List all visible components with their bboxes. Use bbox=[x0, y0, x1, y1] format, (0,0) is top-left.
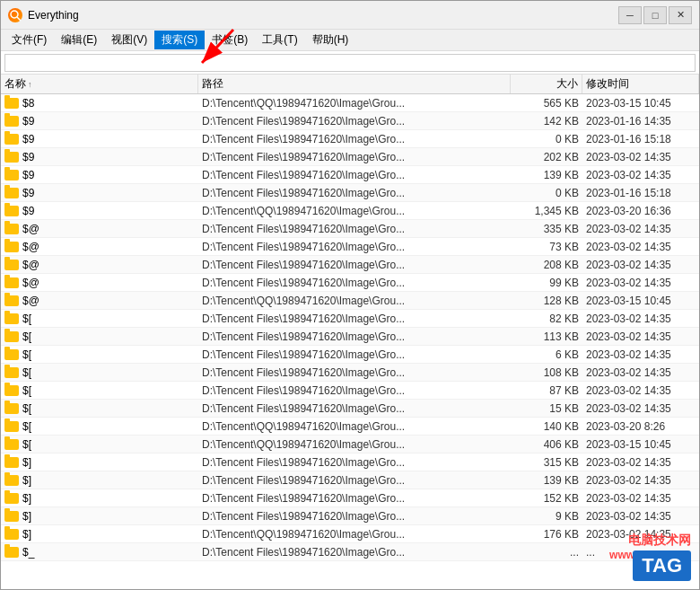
cell-name: $[ bbox=[1, 310, 198, 327]
folder-icon bbox=[4, 349, 19, 360]
cell-name: $9 bbox=[1, 202, 198, 219]
cell-date: 2023-03-02 14:35 bbox=[582, 346, 699, 363]
table-row[interactable]: $]D:\Tencent Files\1989471620\Image\Gro.… bbox=[1, 507, 699, 525]
cell-name: $[ bbox=[1, 400, 198, 417]
table-row[interactable]: $@D:\Tencent\QQ\1989471620\Image\Grou...… bbox=[1, 292, 699, 310]
folder-icon bbox=[4, 385, 19, 396]
table-row[interactable]: $[D:\Tencent\QQ\1989471620\Image\Grou...… bbox=[1, 418, 699, 436]
folder-icon bbox=[4, 277, 19, 288]
col-header-size[interactable]: 大小 bbox=[511, 75, 582, 93]
table-row[interactable]: $[D:\Tencent Files\1989471620\Image\Gro.… bbox=[1, 400, 699, 418]
table-row[interactable]: $@D:\Tencent Files\1989471620\Image\Gro.… bbox=[1, 238, 699, 256]
cell-date: 2023-03-02 14:35 bbox=[582, 507, 699, 524]
cell-name: $] bbox=[1, 507, 198, 524]
table-row[interactable]: $]D:\Tencent Files\1989471620\Image\Gro.… bbox=[1, 471, 699, 489]
cell-name: $] bbox=[1, 471, 198, 489]
cell-path: D:\Tencent\QQ\1989471620\Image\Grou... bbox=[198, 292, 511, 309]
table-row[interactable]: $[D:\Tencent Files\1989471620\Image\Gro.… bbox=[1, 310, 699, 328]
table-row[interactable]: $_D:\Tencent Files\1989471620\Image\Gro.… bbox=[1, 543, 699, 561]
cell-size: 99 KB bbox=[511, 274, 582, 291]
cell-name: $9 bbox=[1, 148, 198, 165]
folder-icon bbox=[4, 152, 19, 163]
menu-item-t[interactable]: 工具(T) bbox=[255, 31, 304, 49]
cell-date: 2023-03-02 14:35 bbox=[582, 220, 699, 237]
table-row[interactable]: $@D:\Tencent Files\1989471620\Image\Gro.… bbox=[1, 256, 699, 274]
menu-item-f[interactable]: 文件(F) bbox=[4, 31, 54, 49]
table-row[interactable]: $9D:\Tencent Files\1989471620\Image\Gro.… bbox=[1, 130, 699, 148]
table-row[interactable]: $]D:\Tencent\QQ\1989471620\Image\Grou...… bbox=[1, 525, 699, 543]
menu-item-h[interactable]: 帮助(H) bbox=[305, 31, 356, 49]
cell-size: 0 KB bbox=[511, 184, 582, 201]
menu-item-v[interactable]: 视图(V) bbox=[104, 31, 154, 49]
minimize-button[interactable]: ─ bbox=[618, 6, 642, 24]
table-row[interactable]: $9D:\Tencent Files\1989471620\Image\Gro.… bbox=[1, 166, 699, 184]
folder-icon bbox=[4, 313, 19, 324]
menu-item-e[interactable]: 编辑(E) bbox=[54, 31, 104, 49]
table-row[interactable]: $[D:\Tencent Files\1989471620\Image\Gro.… bbox=[1, 382, 699, 400]
folder-icon bbox=[4, 170, 19, 181]
menu-item-s[interactable]: 搜索(S) bbox=[154, 31, 205, 49]
table-row[interactable]: $@D:\Tencent Files\1989471620\Image\Gro.… bbox=[1, 274, 699, 292]
search-input[interactable] bbox=[4, 54, 696, 72]
folder-icon bbox=[4, 439, 19, 450]
maximize-button[interactable]: □ bbox=[643, 6, 667, 24]
close-button[interactable]: ✕ bbox=[669, 6, 692, 24]
cell-size: 406 KB bbox=[511, 436, 582, 453]
cell-date: 2023-03-15 10:45 bbox=[582, 436, 699, 453]
cell-path: D:\Tencent Files\1989471620\Image\Gro... bbox=[198, 400, 511, 417]
window-controls: ─ □ ✕ bbox=[618, 6, 692, 24]
cell-date: 2023-03-02 14:35 bbox=[582, 328, 699, 345]
table-row[interactable]: $[D:\Tencent Files\1989471620\Image\Gro.… bbox=[1, 328, 699, 346]
cell-name: $9 bbox=[1, 184, 198, 201]
cell-date: 2023-03-15 10:45 bbox=[582, 292, 699, 309]
cell-name: $] bbox=[1, 525, 198, 542]
cell-date: 2023-03-20 16:36 bbox=[582, 202, 699, 219]
cell-size: 208 KB bbox=[511, 256, 582, 273]
cell-date: 2023-03-02 14:35 bbox=[582, 400, 699, 417]
table-row[interactable]: $9D:\Tencent Files\1989471620\Image\Gro.… bbox=[1, 184, 699, 202]
svg-line-1 bbox=[17, 17, 21, 21]
cell-path: D:\Tencent Files\1989471620\Image\Gro... bbox=[198, 346, 511, 363]
cell-name: $@ bbox=[1, 274, 198, 291]
cell-date: 2023-03-02 14:35 bbox=[582, 166, 699, 183]
table-row[interactable]: $9D:\Tencent Files\1989471620\Image\Gro.… bbox=[1, 112, 699, 130]
table-row[interactable]: $@D:\Tencent Files\1989471620\Image\Gro.… bbox=[1, 220, 699, 238]
cell-date: 2023-01-16 14:35 bbox=[582, 112, 699, 129]
table-row[interactable]: $8D:\Tencent\QQ\1989471620\Image\Grou...… bbox=[1, 94, 699, 112]
folder-icon bbox=[4, 134, 19, 145]
cell-size: 15 KB bbox=[511, 400, 582, 417]
col-header-path[interactable]: 路径 bbox=[198, 75, 511, 93]
folder-icon bbox=[4, 403, 19, 414]
cell-name: $8 bbox=[1, 94, 198, 111]
cell-size: 1,345 KB bbox=[511, 202, 582, 219]
cell-size: 176 KB bbox=[511, 525, 582, 542]
col-header-name[interactable]: 名称 ↑ bbox=[1, 75, 198, 93]
cell-date: 2023-03-02 14:35 bbox=[582, 274, 699, 291]
table-row[interactable]: $[D:\Tencent\QQ\1989471620\Image\Grou...… bbox=[1, 436, 699, 454]
folder-icon bbox=[4, 547, 19, 558]
folder-icon bbox=[4, 224, 19, 234]
folder-icon bbox=[4, 493, 19, 504]
cell-path: D:\Tencent Files\1989471620\Image\Gro... bbox=[198, 220, 511, 237]
cell-path: D:\Tencent Files\1989471620\Image\Gro... bbox=[198, 112, 511, 129]
table-row[interactable]: $]D:\Tencent Files\1989471620\Image\Gro.… bbox=[1, 454, 699, 471]
cell-date: ... bbox=[582, 543, 699, 560]
cell-name: $] bbox=[1, 454, 198, 471]
table-row[interactable]: $[D:\Tencent Files\1989471620\Image\Gro.… bbox=[1, 364, 699, 382]
table-row[interactable]: $9D:\Tencent\QQ\1989471620\Image\Grou...… bbox=[1, 202, 699, 220]
table-row[interactable]: $]D:\Tencent Files\1989471620\Image\Gro.… bbox=[1, 489, 699, 507]
folder-icon bbox=[4, 116, 19, 127]
table-row[interactable]: $[D:\Tencent Files\1989471620\Image\Gro.… bbox=[1, 346, 699, 364]
cell-name: $[ bbox=[1, 364, 198, 381]
cell-name: $[ bbox=[1, 346, 198, 363]
cell-date: 2023-03-02 14:35 bbox=[582, 489, 699, 506]
cell-date: 2023-03-02 14:35 bbox=[582, 310, 699, 327]
menu-item-b[interactable]: 书签(B) bbox=[205, 31, 255, 49]
file-list[interactable]: $8D:\Tencent\QQ\1989471620\Image\Grou...… bbox=[1, 94, 699, 589]
cell-size: 202 KB bbox=[511, 148, 582, 165]
sort-arrow-name: ↑ bbox=[28, 80, 32, 89]
col-header-date[interactable]: 修改时间 bbox=[582, 75, 699, 93]
table-row[interactable]: $9D:\Tencent Files\1989471620\Image\Gro.… bbox=[1, 148, 699, 166]
folder-icon bbox=[4, 475, 19, 486]
search-bar bbox=[1, 51, 699, 75]
